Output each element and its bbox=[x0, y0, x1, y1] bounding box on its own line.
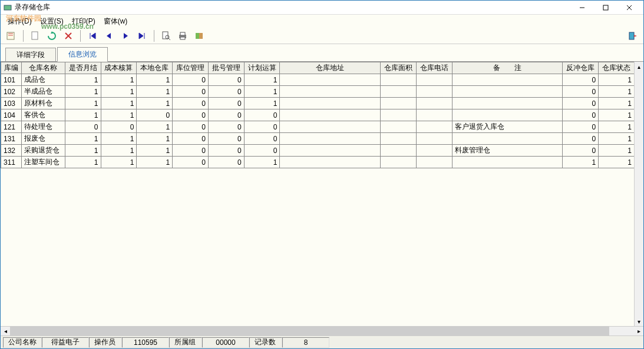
last-icon[interactable] bbox=[135, 29, 149, 43]
cell[interactable] bbox=[280, 109, 381, 121]
cell[interactable]: 成品仓 bbox=[22, 74, 65, 86]
cell[interactable]: 0 bbox=[173, 86, 209, 98]
cell[interactable]: 原材料仓 bbox=[22, 98, 65, 109]
cell[interactable]: 0 bbox=[208, 121, 244, 133]
cell[interactable]: 1 bbox=[101, 98, 137, 109]
cell[interactable]: 103 bbox=[1, 98, 22, 109]
cell[interactable]: 0 bbox=[563, 98, 599, 109]
cell[interactable]: 1 bbox=[244, 157, 280, 168]
cell[interactable]: 1 bbox=[137, 98, 173, 109]
cell[interactable]: 1 bbox=[137, 145, 173, 157]
cell[interactable]: 注塑车间仓 bbox=[22, 157, 65, 168]
next-icon[interactable] bbox=[118, 29, 133, 43]
cell[interactable]: 0 bbox=[208, 86, 244, 98]
tab-detail[interactable]: 详细字段 bbox=[5, 48, 56, 62]
cell[interactable]: 采购退货仓 bbox=[22, 145, 65, 157]
cell[interactable]: 101 bbox=[1, 74, 22, 86]
cell[interactable]: 1 bbox=[137, 74, 173, 86]
column-header[interactable]: 仓库电话 bbox=[416, 62, 452, 74]
cell[interactable]: 1 bbox=[599, 98, 635, 109]
cell[interactable]: 1 bbox=[137, 157, 173, 168]
cell[interactable]: 1 bbox=[244, 98, 280, 109]
cell[interactable]: 0 bbox=[208, 157, 244, 168]
tab-browse[interactable]: 信息浏览 bbox=[57, 47, 108, 62]
column-header[interactable]: 反冲仓库 bbox=[563, 62, 599, 74]
cell[interactable]: 料废管理仓 bbox=[452, 145, 563, 157]
cell[interactable] bbox=[280, 157, 381, 168]
cell[interactable]: 1 bbox=[65, 145, 101, 157]
cell[interactable]: 1 bbox=[101, 86, 137, 98]
column-header[interactable]: 库编 bbox=[1, 62, 22, 74]
cell[interactable] bbox=[452, 74, 563, 86]
cell[interactable]: 0 bbox=[563, 121, 599, 133]
cell[interactable]: 121 bbox=[1, 121, 22, 133]
cell[interactable]: 1 bbox=[137, 86, 173, 98]
menu-print[interactable]: 打印(P) bbox=[68, 15, 99, 28]
cell[interactable]: 0 bbox=[173, 145, 209, 157]
cell[interactable]: 1 bbox=[101, 74, 137, 86]
cell[interactable] bbox=[280, 74, 381, 86]
cell[interactable]: 1 bbox=[599, 133, 635, 145]
cell[interactable] bbox=[280, 98, 381, 109]
cell[interactable] bbox=[381, 109, 417, 121]
column-header[interactable]: 批号管理 bbox=[208, 62, 244, 74]
cell[interactable]: 104 bbox=[1, 109, 22, 121]
column-header[interactable]: 仓库名称 bbox=[22, 62, 65, 74]
table-row[interactable]: 104客供仓11000001 bbox=[1, 109, 635, 121]
cell[interactable]: 0 bbox=[244, 121, 280, 133]
cell[interactable]: 1 bbox=[599, 157, 635, 168]
cell[interactable]: 1 bbox=[65, 157, 101, 168]
cell[interactable]: 客供仓 bbox=[22, 109, 65, 121]
cell[interactable] bbox=[280, 133, 381, 145]
cell[interactable] bbox=[280, 145, 381, 157]
cell[interactable] bbox=[452, 86, 563, 98]
table-row[interactable]: 102半成品仓11100101 bbox=[1, 86, 635, 98]
cell[interactable] bbox=[280, 86, 381, 98]
menu-window[interactable]: 窗体(w) bbox=[100, 15, 131, 28]
cell[interactable]: 1 bbox=[101, 157, 137, 168]
cell[interactable] bbox=[452, 98, 563, 109]
cell[interactable]: 0 bbox=[208, 133, 244, 145]
cell[interactable]: 1 bbox=[599, 74, 635, 86]
cell[interactable]: 1 bbox=[101, 145, 137, 157]
scroll-left-icon[interactable]: ◂ bbox=[1, 327, 10, 335]
refresh-icon[interactable] bbox=[45, 29, 59, 43]
cell[interactable]: 0 bbox=[563, 145, 599, 157]
cell[interactable]: 半成品仓 bbox=[22, 86, 65, 98]
cell[interactable] bbox=[416, 145, 452, 157]
cell[interactable]: 0 bbox=[65, 121, 101, 133]
cell[interactable]: 311 bbox=[1, 157, 22, 168]
data-grid[interactable]: 库编仓库名称是否月结成本核算本地仓库库位管理批号管理计划运算仓库地址仓库面积仓库… bbox=[1, 62, 643, 326]
cell[interactable]: 0 bbox=[563, 86, 599, 98]
cell[interactable]: 报废仓 bbox=[22, 133, 65, 145]
cell[interactable] bbox=[416, 121, 452, 133]
cell[interactable]: 0 bbox=[173, 133, 209, 145]
cell[interactable] bbox=[381, 74, 417, 86]
column-header[interactable]: 仓库面积 bbox=[381, 62, 417, 74]
cell[interactable]: 0 bbox=[173, 157, 209, 168]
column-header[interactable]: 计划运算 bbox=[244, 62, 280, 74]
table-row[interactable]: 103原材料仓11100101 bbox=[1, 98, 635, 109]
cell[interactable] bbox=[416, 109, 452, 121]
cell[interactable] bbox=[381, 86, 417, 98]
cell[interactable]: 1 bbox=[244, 86, 280, 98]
cell[interactable] bbox=[381, 133, 417, 145]
cell[interactable] bbox=[416, 133, 452, 145]
cell[interactable] bbox=[280, 121, 381, 133]
cell[interactable]: 0 bbox=[563, 109, 599, 121]
column-header[interactable]: 仓库地址 bbox=[280, 62, 381, 74]
cell[interactable]: 1 bbox=[101, 109, 137, 121]
delete-icon[interactable] bbox=[61, 29, 75, 43]
cell[interactable]: 0 bbox=[208, 98, 244, 109]
cell[interactable] bbox=[381, 145, 417, 157]
scroll-right-icon[interactable]: ▸ bbox=[634, 327, 643, 335]
cell[interactable]: 0 bbox=[244, 133, 280, 145]
cell[interactable] bbox=[416, 74, 452, 86]
cell[interactable]: 1 bbox=[599, 109, 635, 121]
cell[interactable]: 1 bbox=[563, 157, 599, 168]
cell[interactable]: 0 bbox=[137, 109, 173, 121]
table-row[interactable]: 311注塑车间仓11100111 bbox=[1, 157, 635, 168]
scroll-thumb[interactable] bbox=[10, 327, 609, 335]
cell[interactable]: 0 bbox=[208, 109, 244, 121]
column-header[interactable]: 成本核算 bbox=[101, 62, 137, 74]
